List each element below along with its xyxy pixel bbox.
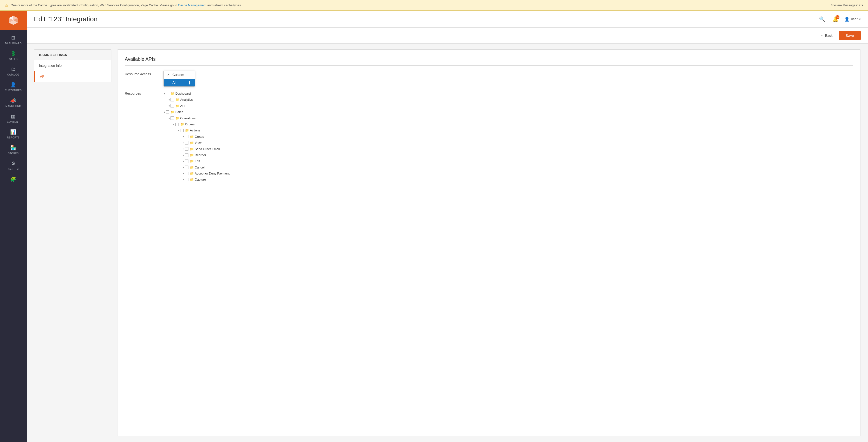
sidebar-item-catalog[interactable]: 🗂 Catalog bbox=[0, 63, 27, 79]
tree-checkbox[interactable] bbox=[185, 141, 188, 145]
tree-item-capture[interactable]: ◂ 📁 Capture bbox=[163, 177, 229, 183]
arrow-icon: ◂ bbox=[168, 104, 169, 108]
tree-checkbox[interactable] bbox=[185, 159, 188, 163]
tree-checkbox[interactable] bbox=[170, 98, 174, 101]
tree-item-orders[interactable]: ◂ 📁 Orders bbox=[163, 121, 229, 127]
sidebar-item-label: Sales bbox=[9, 58, 18, 61]
arrow-icon: ◂ bbox=[163, 110, 165, 114]
arrow-icon: ◂ bbox=[183, 147, 184, 151]
content-area: Edit "123" Integration 🔍 🔔 10 👤 user ▾ bbox=[27, 11, 868, 442]
dropdown-option-all[interactable]: All ▌ bbox=[164, 79, 195, 87]
system-icon: ⚙ bbox=[11, 160, 16, 166]
save-button[interactable]: Save bbox=[839, 31, 861, 40]
page-title: Edit "123" Integration bbox=[34, 15, 98, 23]
tree-checkbox[interactable] bbox=[180, 129, 184, 132]
folder-icon: 📁 bbox=[170, 91, 175, 96]
resources-row: Resources ◂ 📁 Dashboard ◂ 📁 Anal bbox=[125, 91, 853, 183]
notification-button[interactable]: 🔔 10 bbox=[831, 15, 840, 24]
tree-item-view[interactable]: ◂ 📁 View bbox=[163, 140, 229, 146]
tree-item-api[interactable]: ◂ 📁 API bbox=[163, 103, 229, 109]
tree-item-analytics[interactable]: ◂ 📁 Analytics bbox=[163, 97, 229, 103]
search-button[interactable]: 🔍 bbox=[817, 15, 827, 24]
tree-item-cancel[interactable]: ◂ 📁 Cancel bbox=[163, 164, 229, 170]
content-icon: ▦ bbox=[11, 113, 16, 119]
main-layout: ⊞ Dashboard 💲 Sales 🗂 Catalog 👤 Customer… bbox=[0, 11, 868, 442]
tree-item-sales[interactable]: ◂ 📁 Sales bbox=[163, 109, 229, 115]
header-bar: Edit "123" Integration 🔍 🔔 10 👤 user ▾ bbox=[27, 11, 868, 28]
tree-item-reorder[interactable]: ◂ 📁 Reorder bbox=[163, 152, 229, 158]
cache-management-link[interactable]: Cache Management bbox=[178, 3, 206, 7]
main-content: BASIC SETTINGS Integration Info API Avai… bbox=[27, 43, 868, 442]
sidebar-item-dashboard[interactable]: ⊞ Dashboard bbox=[0, 32, 27, 48]
extensions-icon: 🧩 bbox=[10, 176, 17, 182]
sidebar-item-label: Stores bbox=[8, 152, 19, 155]
resources-tree: ◂ 📁 Dashboard ◂ 📁 Analytics ◂ bbox=[163, 91, 229, 183]
tree-checkbox[interactable] bbox=[175, 123, 179, 126]
settings-item-api[interactable]: API bbox=[34, 71, 111, 82]
folder-icon: 📁 bbox=[190, 158, 194, 164]
tree-item-dashboard[interactable]: ◂ 📁 Dashboard bbox=[163, 91, 229, 97]
arrow-icon: ◂ bbox=[183, 134, 184, 139]
sidebar-item-extensions[interactable]: 🧩 bbox=[0, 173, 27, 185]
sidebar-item-label: Marketing bbox=[6, 105, 21, 107]
arrow-icon: ◂ bbox=[178, 128, 179, 133]
tree-checkbox[interactable] bbox=[170, 117, 174, 120]
tree-checkbox[interactable] bbox=[170, 104, 174, 107]
resource-access-dropdown[interactable]: ✓ Custom All ▌ bbox=[163, 71, 195, 87]
folder-icon: 📁 bbox=[190, 165, 194, 170]
dropdown-option-custom[interactable]: ✓ Custom bbox=[164, 71, 195, 79]
sidebar-item-system[interactable]: ⚙ System bbox=[0, 158, 27, 173]
tree-item-actions[interactable]: ◂ 📁 Actions bbox=[163, 127, 229, 133]
folder-icon: 📁 bbox=[175, 103, 179, 109]
user-menu-button[interactable]: 👤 user ▾ bbox=[844, 17, 861, 22]
dropdown-menu: ✓ Custom All ▌ bbox=[163, 71, 195, 87]
arrow-icon: ◂ bbox=[183, 159, 184, 163]
warning-icon: ⚠ bbox=[5, 3, 8, 7]
resource-access-label: Resource Access bbox=[125, 71, 163, 76]
alert-text: One or more of the Cache Types are inval… bbox=[11, 3, 242, 7]
folder-icon: 📁 bbox=[190, 177, 194, 182]
stores-icon: 🏪 bbox=[10, 145, 17, 151]
tree-checkbox[interactable] bbox=[185, 154, 188, 157]
folder-icon: 📁 bbox=[190, 152, 194, 158]
arrow-icon: ◂ bbox=[183, 171, 184, 176]
tree-item-send-order-email[interactable]: ◂ 📁 Send Order Email bbox=[163, 146, 229, 152]
sidebar-item-content[interactable]: ▦ Content bbox=[0, 110, 27, 126]
customers-icon: 👤 bbox=[10, 82, 17, 88]
arrow-icon: ◂ bbox=[183, 140, 184, 145]
sidebar-item-label: Content bbox=[7, 121, 20, 123]
sidebar-item-label: Customers bbox=[5, 89, 22, 92]
sidebar-item-stores[interactable]: 🏪 Stores bbox=[0, 142, 27, 158]
tree-checkbox[interactable] bbox=[185, 165, 188, 169]
settings-item-integration-info[interactable]: Integration Info bbox=[34, 60, 111, 71]
reports-icon: 📊 bbox=[10, 129, 17, 135]
sidebar-item-marketing[interactable]: 📣 Marketing bbox=[0, 95, 27, 110]
sidebar-item-customers[interactable]: 👤 Customers bbox=[0, 79, 27, 95]
tree-checkbox[interactable] bbox=[185, 135, 188, 138]
alert-bar: ⚠ One or more of the Cache Types are inv… bbox=[0, 0, 868, 11]
tree-checkbox[interactable] bbox=[185, 147, 188, 151]
sidebar-item-sales[interactable]: 💲 Sales bbox=[0, 48, 27, 63]
tree-checkbox[interactable] bbox=[166, 92, 169, 95]
tree-checkbox[interactable] bbox=[185, 178, 188, 181]
logo[interactable] bbox=[0, 11, 27, 30]
back-button[interactable]: ← Back bbox=[817, 32, 836, 39]
tree-item-create[interactable]: ◂ 📁 Create bbox=[163, 134, 229, 140]
chevron-down-icon: ▾ bbox=[859, 17, 861, 21]
tree-item-edit[interactable]: ◂ 📁 Edit bbox=[163, 158, 229, 164]
resource-access-row: Resource Access ✓ Custom All ▌ bbox=[125, 71, 853, 87]
dashboard-icon: ⊞ bbox=[11, 35, 16, 41]
arrow-left-icon: ← bbox=[820, 34, 824, 37]
system-messages-btn[interactable]: System Messages: 2 ▾ bbox=[831, 3, 863, 7]
sidebar-item-reports[interactable]: 📊 Reports bbox=[0, 126, 27, 142]
arrow-icon: ◂ bbox=[183, 178, 184, 182]
arrow-icon: ◂ bbox=[173, 122, 175, 127]
sidebar-item-label: Dashboard bbox=[5, 42, 22, 45]
search-icon: 🔍 bbox=[819, 17, 825, 22]
settings-header: BASIC SETTINGS bbox=[34, 50, 111, 60]
tree-checkbox[interactable] bbox=[185, 172, 188, 175]
arrow-icon: ◂ bbox=[168, 116, 169, 120]
tree-item-operations[interactable]: ◂ 📁 Operations bbox=[163, 115, 229, 121]
tree-checkbox[interactable] bbox=[166, 110, 169, 114]
tree-item-accept-deny[interactable]: ◂ 📁 Accept or Deny Payment bbox=[163, 170, 229, 177]
